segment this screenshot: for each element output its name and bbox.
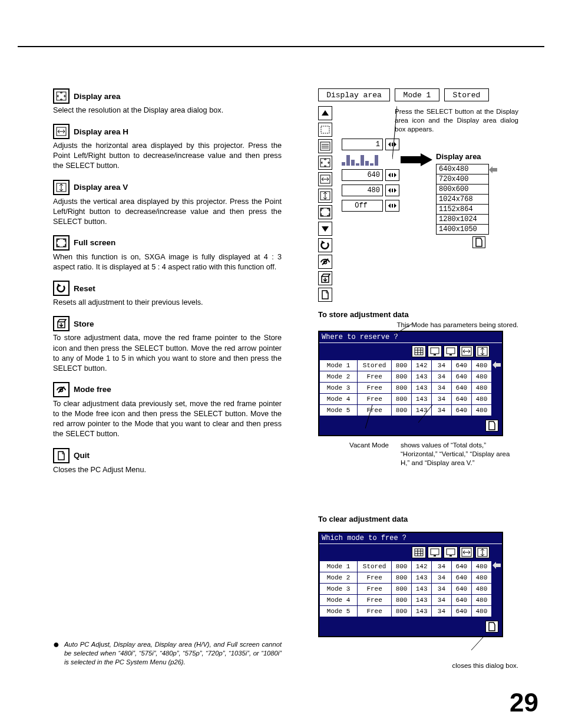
svg-rect-28: [431, 348, 439, 354]
section-title: Mode free: [74, 385, 111, 394]
tab-display-area[interactable]: Display area: [318, 88, 390, 101]
resolution-option[interactable]: 1024x768: [436, 194, 489, 205]
resolution-option[interactable]: 800x600: [436, 184, 489, 195]
section-title: Reset: [74, 284, 95, 293]
selection-arrow-icon: [489, 165, 497, 176]
store-callouts: Vacant Mode shows values of “Total dots,…: [318, 441, 518, 467]
sidebar-display_area-button[interactable]: [318, 156, 332, 170]
callout-values: shows values of “Total dots,” “Horizonta…: [401, 441, 518, 467]
left-column: Display areaSelect the resolution at the…: [53, 88, 282, 669]
full-screen-icon: [53, 235, 70, 251]
section-display_area_v: Display area VAdjusts the vertical area …: [53, 180, 282, 227]
sidebar-up-button[interactable]: [318, 106, 332, 120]
menu-sidebar: [318, 106, 332, 302]
store-title: To store adjustment data: [318, 310, 518, 319]
osd-row[interactable]: Mode 2Free80014334640480: [320, 572, 502, 583]
tab-mode[interactable]: Mode 1: [395, 88, 439, 101]
sidebar-lines-button[interactable]: [318, 139, 332, 153]
osd-exit-button[interactable]: [485, 420, 498, 431]
osd-table: Mode 1Stored80014234640480Mode 2Free8001…: [319, 561, 502, 617]
osd-header: Which mode to free ?: [319, 533, 502, 544]
store-subtitle: This Mode has parameters being stored.: [318, 321, 518, 328]
osd-row[interactable]: Mode 3Free80014334640480: [320, 383, 502, 394]
sidebar-display_area_v-button[interactable]: [318, 189, 332, 203]
section-store: StoreTo store adjustment data, move the …: [53, 316, 282, 374]
resolution-option[interactable]: 1400x1050: [436, 224, 489, 235]
osd-icon-row: [319, 544, 502, 561]
display-area-v-icon: [53, 180, 70, 195]
resolution-option[interactable]: 640x480: [436, 164, 489, 174]
reset-icon: [53, 281, 70, 296]
svg-rect-3: [57, 239, 66, 247]
osd-row[interactable]: Mode 4Free80014334640480: [320, 594, 502, 605]
display-area-icon: [53, 88, 70, 104]
section-quit: QuitCloses the PC Adjust Menu.: [53, 448, 282, 475]
osd-clear: Which mode to free ?Mode 1Stored80014234…: [318, 532, 503, 637]
header-rule: [18, 46, 544, 47]
section-body: To clear adjustment data previously set,…: [53, 399, 282, 440]
display-area-h-icon: [53, 124, 70, 139]
osd-row[interactable]: Mode 1Stored80014234640480: [320, 360, 502, 371]
footnote-text: Auto PC Adjust, Display area, Display ar…: [64, 640, 282, 667]
tab-stored[interactable]: Stored: [444, 88, 489, 101]
histogram: [342, 154, 378, 166]
svg-line-47: [471, 637, 483, 650]
callout-note: Press the SELECT button at the Display a…: [395, 107, 518, 134]
adjust-lr-button[interactable]: [385, 185, 399, 196]
resolution-option[interactable]: 720x400: [436, 174, 489, 185]
adjust-lr-button[interactable]: [385, 169, 399, 181]
section-mode_free: Mode freeTo clear adjustment data previo…: [53, 382, 282, 440]
sidebar-display_area_h-button[interactable]: [318, 172, 332, 186]
svg-rect-30: [447, 348, 455, 354]
page-content: Display areaSelect the resolution at the…: [53, 88, 518, 669]
osd-table: Mode 1Stored80014234640480Mode 2Free8001…: [319, 360, 502, 416]
right-column: Display area Mode 1 Stored 1 640 480 Off…: [318, 88, 518, 669]
osd-icon-row: [319, 343, 502, 360]
svg-rect-23: [415, 348, 423, 355]
sidebar-dashed-button[interactable]: [318, 123, 332, 137]
sidebar-down-button[interactable]: [318, 222, 332, 236]
section-display_area_h: Display area HAdjusts the horizontal are…: [53, 124, 282, 171]
section-title: Display area: [74, 92, 121, 101]
osd-row[interactable]: Mode 3Free80014334640480: [320, 583, 502, 594]
osd-store: Where to reserve ?Mode 1Stored8001423464…: [318, 331, 503, 436]
osd-row[interactable]: Mode 1Stored80014234640480: [320, 561, 502, 572]
osd-header-icon: [412, 345, 426, 357]
adjust-lr-button[interactable]: [385, 139, 399, 150]
section-display_area: Display areaSelect the resolution at the…: [53, 88, 282, 116]
svg-rect-41: [431, 549, 439, 555]
osd-header-icon: [428, 345, 442, 357]
section-title: Store: [74, 319, 94, 328]
sidebar-reset-button[interactable]: [318, 238, 332, 252]
resolution-exit-button[interactable]: [472, 236, 485, 248]
resolution-option[interactable]: 1152x864: [436, 204, 489, 215]
footnote: ● Auto PC Adjust, Display area, Display …: [53, 640, 282, 667]
section-body: Adjusts the horizontal area displayed by…: [53, 141, 282, 171]
section-title: Quit: [74, 451, 90, 460]
sidebar-quit-button[interactable]: [318, 288, 332, 302]
value-h: 640: [342, 169, 383, 181]
resolution-list: 640x480720x400800x6001024x7681152x864128…: [436, 164, 489, 248]
resolution-option[interactable]: 1280x1024: [436, 214, 489, 225]
sidebar-store-button[interactable]: [318, 271, 332, 285]
osd-row[interactable]: Mode 2Free80014334640480: [320, 371, 502, 383]
value-line1: 1: [342, 139, 383, 150]
svg-rect-17: [392, 143, 393, 146]
section-body: Resets all adjustment to their previous …: [53, 298, 282, 308]
svg-rect-14: [320, 208, 330, 216]
sidebar-full_screen-button[interactable]: [318, 205, 332, 219]
osd-row[interactable]: Mode 4Free80014334640480: [320, 394, 502, 405]
section-full_screen: Full screenWhen this function is on, SXG…: [53, 235, 282, 272]
osd-row[interactable]: Mode 5Free80014334640480: [320, 605, 502, 617]
osd-header-icon: [444, 546, 458, 558]
mode-free-icon: [53, 382, 70, 397]
osd-row[interactable]: Mode 5Free80014334640480: [320, 405, 502, 416]
osd-header-icon: [475, 345, 490, 357]
osd-header-icon: [412, 546, 426, 558]
osd-exit-button[interactable]: [485, 621, 498, 633]
svg-rect-44: [449, 555, 452, 556]
sidebar-mode_free-button[interactable]: [318, 255, 332, 269]
section-title: Display area V: [74, 183, 128, 192]
adjust-lr-button[interactable]: [385, 200, 399, 212]
section-body: Select the resolution at the Display are…: [53, 106, 282, 116]
